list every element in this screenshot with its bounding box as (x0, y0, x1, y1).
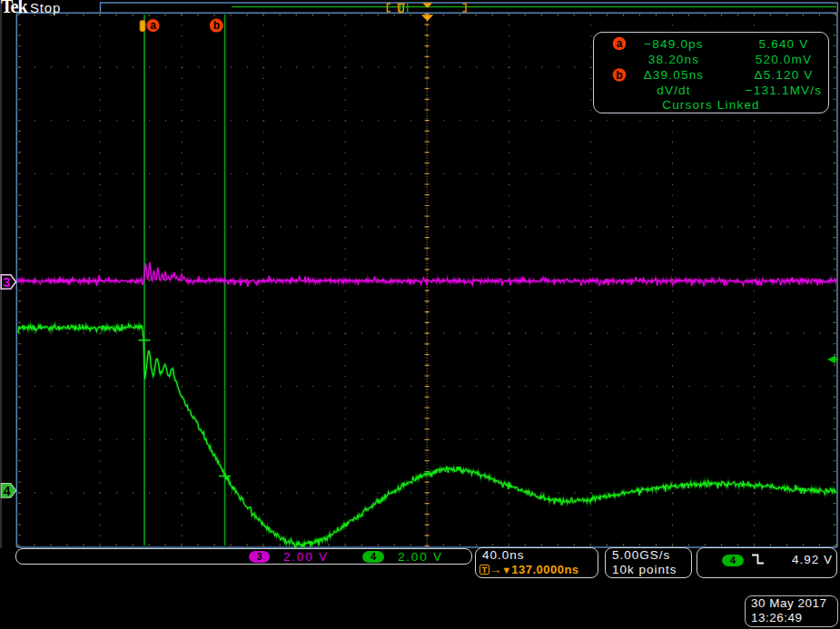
svg-text:b: b (213, 19, 220, 32)
svg-text:3: 3 (3, 275, 10, 290)
svg-text:4: 4 (4, 484, 11, 498)
svg-text:a: a (150, 19, 156, 32)
